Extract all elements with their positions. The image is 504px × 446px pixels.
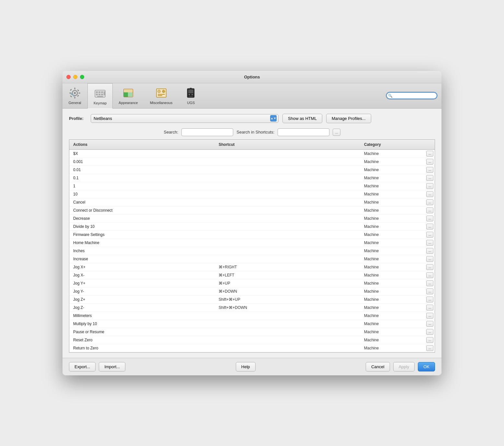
svg-rect-22 — [124, 92, 128, 97]
svg-rect-16 — [98, 94, 100, 95]
import-button[interactable]: Import... — [99, 362, 125, 371]
svg-rect-14 — [101, 91, 103, 93]
table-row[interactable]: Reset Zero Machine ... — [69, 336, 435, 344]
table-row[interactable]: Divide by 10 Machine ... — [69, 223, 435, 231]
edit-shortcut-button[interactable]: ... — [426, 345, 433, 351]
maximize-button[interactable] — [80, 75, 84, 79]
footer-right: Cancel Apply OK — [366, 362, 435, 371]
edit-shortcut-button[interactable]: ... — [426, 329, 433, 335]
edit-shortcut-button[interactable]: ... — [426, 305, 433, 311]
table-body: $X Machine ... 0.001 Machine ... 0.01 Ma… — [69, 150, 435, 352]
show-html-button[interactable]: Show as HTML — [282, 114, 322, 123]
edit-shortcut-button[interactable]: ... — [426, 264, 433, 270]
table-row[interactable]: Pause or Resume Machine ... — [69, 328, 435, 336]
appearance-label: Appearance — [119, 101, 138, 105]
table-row[interactable]: 0.01 Machine ... — [69, 166, 435, 174]
table-row[interactable]: Jog Z- Shift+⌘+DOWN Machine ... — [69, 304, 435, 312]
cell-category: Machine — [360, 206, 425, 214]
cell-edit: ... — [425, 304, 435, 311]
edit-shortcut-button[interactable]: ... — [426, 321, 433, 327]
tab-general[interactable]: 🔧 General — [63, 83, 87, 108]
table-row[interactable]: Decrease Machine ... — [69, 215, 435, 223]
tab-ugs[interactable]: UGS — [178, 83, 203, 108]
cell-shortcut — [215, 233, 360, 236]
cell-shortcut — [215, 249, 360, 252]
edit-shortcut-button[interactable]: ... — [426, 175, 433, 181]
search-magnifier-icon: 🔍 — [388, 94, 393, 98]
edit-shortcut-button[interactable]: ... — [426, 191, 433, 197]
shortcuts-extra-button[interactable]: ... — [333, 129, 340, 136]
svg-rect-37 — [190, 88, 192, 89]
edit-shortcut-button[interactable]: ... — [426, 167, 433, 173]
table-row[interactable]: Inches Machine ... — [69, 247, 435, 255]
table-row[interactable]: 0.1 Machine ... — [69, 174, 435, 182]
edit-shortcut-button[interactable]: ... — [426, 159, 433, 165]
tab-miscellaneous[interactable]: Miscellaneous — [144, 83, 179, 108]
toolbar-search-input[interactable] — [386, 92, 438, 100]
table-row[interactable]: Jog Y- ⌘+DOWN Machine ... — [69, 288, 435, 296]
edit-shortcut-button[interactable]: ... — [426, 183, 433, 189]
edit-shortcut-button[interactable]: ... — [426, 288, 433, 294]
help-button[interactable]: Help — [236, 362, 256, 371]
svg-rect-23 — [128, 92, 133, 97]
apply-button[interactable]: Apply — [393, 362, 415, 371]
edit-shortcut-button[interactable]: ... — [426, 248, 433, 254]
edit-shortcut-button[interactable]: ... — [426, 297, 433, 302]
table-row[interactable]: Jog X+ ⌘+RIGHT Machine ... — [69, 263, 435, 271]
ok-button[interactable]: OK — [418, 362, 435, 371]
edit-shortcut-button[interactable]: ... — [426, 272, 433, 278]
cancel-button[interactable]: Cancel — [366, 362, 390, 371]
options-window: Options 🔧 Gener — [63, 71, 441, 375]
edit-shortcut-button[interactable]: ... — [426, 240, 433, 246]
table-row[interactable]: Jog X- ⌘+LEFT Machine ... — [69, 271, 435, 279]
cell-category: Machine — [360, 304, 425, 311]
general-label: General — [68, 101, 81, 105]
edit-shortcut-button[interactable]: ... — [426, 232, 433, 238]
header-category: Category — [360, 142, 425, 147]
table-row[interactable]: 1 Machine ... — [69, 182, 435, 190]
table-row[interactable]: $X Machine ... — [69, 150, 435, 158]
edit-shortcut-button[interactable]: ... — [426, 256, 433, 262]
table-row[interactable]: Home Machine Machine ... — [69, 239, 435, 247]
cell-action: Reset Zero — [69, 336, 215, 344]
edit-shortcut-button[interactable]: ... — [426, 151, 433, 157]
table-row[interactable]: Jog Y+ ⌘+UP Machine ... — [69, 279, 435, 288]
tab-keymap[interactable]: Keymap — [87, 83, 113, 109]
cell-category: Machine — [360, 215, 425, 222]
minimize-button[interactable] — [73, 75, 77, 79]
shortcuts-filter-input[interactable] — [278, 128, 329, 136]
cell-category: Machine — [360, 296, 425, 303]
edit-shortcut-button[interactable]: ... — [426, 224, 433, 229]
cell-shortcut — [215, 338, 360, 342]
table-row[interactable]: Firmware Settings Machine ... — [69, 231, 435, 239]
search-filter-input[interactable] — [181, 128, 233, 136]
export-button[interactable]: Export... — [69, 362, 96, 371]
cell-action: 0.01 — [69, 166, 215, 174]
edit-shortcut-button[interactable]: ... — [426, 337, 433, 343]
table-row[interactable]: Millimeters Machine ... — [69, 312, 435, 320]
edit-shortcut-button[interactable]: ... — [426, 216, 433, 221]
cell-category: Machine — [360, 150, 425, 158]
edit-shortcut-button[interactable]: ... — [426, 313, 433, 319]
table-row[interactable]: 0.001 Machine ... — [69, 158, 435, 166]
edit-shortcut-button[interactable]: ... — [426, 280, 433, 286]
table-row[interactable]: Connect or Disconnect Machine ... — [69, 206, 435, 215]
table-row[interactable]: Jog Z+ Shift+⌘+UP Machine ... — [69, 296, 435, 304]
table-row[interactable]: Increase Machine ... — [69, 255, 435, 263]
cell-edit: ... — [425, 166, 435, 173]
edit-shortcut-button[interactable]: ... — [426, 207, 433, 213]
close-button[interactable] — [66, 75, 71, 79]
titlebar: Options — [63, 71, 441, 83]
manage-profiles-button[interactable]: Manage Profiles... — [326, 114, 371, 123]
appearance-icon — [122, 87, 135, 100]
cell-shortcut — [215, 346, 360, 350]
svg-rect-34 — [189, 94, 190, 95]
edit-shortcut-button[interactable]: ... — [426, 199, 433, 205]
table-row[interactable]: Multiply by 10 Machine ... — [69, 320, 435, 328]
table-row[interactable]: 10 Machine ... — [69, 190, 435, 198]
table-row[interactable]: Return to Zero Machine ... — [69, 344, 435, 352]
svg-rect-9 — [77, 95, 79, 97]
profile-select[interactable]: NetBeans — [91, 114, 279, 123]
table-row[interactable]: Cancel Machine ... — [69, 198, 435, 206]
tab-appearance[interactable]: Appearance — [113, 83, 144, 108]
